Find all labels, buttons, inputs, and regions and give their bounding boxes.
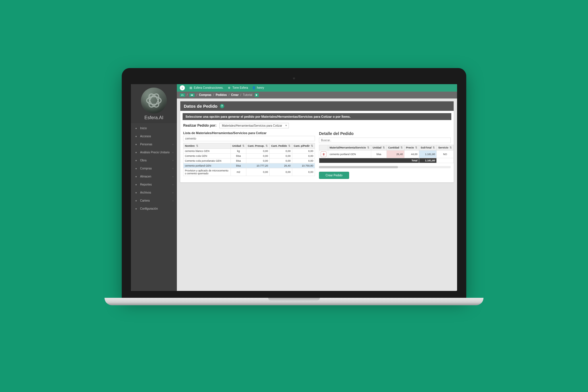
card-header: Datos de Pedido ? <box>180 101 454 111</box>
detail-column: Detalle del Pedido Material/Herramienta/… <box>319 131 451 179</box>
col-header[interactable]: Servicio ⇅ <box>437 145 454 150</box>
ia-badge[interactable]: IA <box>180 93 185 96</box>
sort-icon: ⇅ <box>196 144 198 147</box>
col-header[interactable]: Cantidad ⇅ <box>387 145 405 150</box>
sort-icon: ⇅ <box>433 146 435 149</box>
back-button[interactable]: ‹ <box>180 85 185 90</box>
company-indicator[interactable]: ▤ Esfera Construcciones. <box>189 86 223 89</box>
bc-pedidos[interactable]: Pedidos <box>216 93 227 96</box>
sidebar-item-1[interactable]: ●Accesos <box>131 132 177 140</box>
col-header[interactable]: Cant. Pedido ⇅ <box>270 143 292 148</box>
sidebar-item-7[interactable]: ●Reportes‹ <box>131 180 177 188</box>
building-icon: ▤ <box>189 86 192 89</box>
col-header[interactable] <box>319 145 328 150</box>
sort-icon: ⇅ <box>311 144 313 147</box>
selector-row: Realizar Pedido por: Materiales/Herramie… <box>180 123 454 131</box>
col-header[interactable]: Unidad ⇅ <box>371 145 387 150</box>
nav-label: Configuración <box>140 207 158 210</box>
nav-label: Personas <box>140 143 152 146</box>
table-row[interactable]: Cemento cola GENblsa0,000,000,00 <box>183 153 315 158</box>
nav-icon: ● <box>134 183 138 186</box>
chevron-left-icon: ‹ <box>173 175 173 178</box>
sidebar-item-6[interactable]: ●Almacen‹ <box>131 172 177 180</box>
sort-icon: ⇅ <box>415 146 417 149</box>
horizontal-scrollbar[interactable] <box>319 166 451 168</box>
create-order-button[interactable]: Crear Pedido <box>319 171 349 179</box>
nav-icon: ● <box>134 199 138 202</box>
sidebar-item-3[interactable]: ●Análisis Precio Unitario‹ <box>131 148 177 156</box>
table-row[interactable]: Provision y aplicado de microcemento o c… <box>183 168 315 176</box>
detail-row[interactable]: 🗑cemento portland GENblsa26,4044,001.161… <box>319 150 454 158</box>
application: Esfera.AI ●Inicio●Accesos●Personas‹●Anál… <box>131 84 457 291</box>
sort-icon: ⇅ <box>266 144 268 147</box>
sidebar-item-9[interactable]: ●Cartera‹ <box>131 196 177 204</box>
materials-search-input[interactable] <box>183 136 315 141</box>
selector-label: Realizar Pedido por: <box>183 123 216 128</box>
project-name: Torre Esfera <box>232 86 248 89</box>
play-icon[interactable] <box>255 93 259 97</box>
user-name: henry <box>257 86 264 89</box>
table-row[interactable]: cemento portland GENblsa10.777,2026,4010… <box>183 163 315 168</box>
col-header[interactable]: Unidad ⇅ <box>231 143 246 148</box>
table-row[interactable]: cemento blanco GENkg0,000,000,00 <box>183 148 315 153</box>
card-title: Datos de Pedido <box>184 103 218 108</box>
logo-area: Esfera.AI <box>131 84 177 123</box>
materials-column: Lista de Materiales/Herramientas/Servici… <box>183 131 315 179</box>
nav-icon: ● <box>134 191 138 194</box>
help-icon[interactable]: ? <box>220 104 224 108</box>
nav-icon: ● <box>134 175 138 178</box>
globe-icon: ⊛ <box>227 86 231 89</box>
chevron-left-icon: ‹ <box>173 167 173 170</box>
table-row[interactable]: Cemento cola porcelanato GENblsa0,000,00… <box>183 158 315 163</box>
bc-crear[interactable]: Crear <box>231 93 239 96</box>
order-type-select[interactable]: Materiales/Herramientas/Servicios para C… <box>219 123 289 128</box>
nav-icon: ● <box>134 126 138 130</box>
chevron-left-icon: ‹ <box>173 143 173 146</box>
bc-compras[interactable]: Compras <box>199 93 211 96</box>
nav-label: Cartera <box>140 199 150 202</box>
nav-label: Obra <box>140 159 146 162</box>
bc-tutorial[interactable]: Tutorial <box>243 93 252 96</box>
sidebar-item-5[interactable]: ●Compras‹ <box>131 164 177 172</box>
sort-icon: ⇅ <box>242 144 245 147</box>
col-header[interactable]: SubTotal ⇅ <box>419 145 437 150</box>
nav-label: Archivos <box>140 191 151 194</box>
project-indicator[interactable]: ⊛ Torre Esfera <box>227 86 248 89</box>
chevron-left-icon: ‹ <box>173 159 173 162</box>
sort-icon: ⇅ <box>401 146 403 149</box>
detail-search-input[interactable] <box>319 137 451 143</box>
sidebar-item-10[interactable]: ●Configuración <box>131 204 177 213</box>
detail-title: Detalle del Pedido <box>319 131 451 136</box>
nav-label: Inicio <box>140 127 147 130</box>
nav-icon: ● <box>134 134 138 138</box>
list-title: Lista de Materiales/Herramientas/Servici… <box>183 131 315 134</box>
nav-label: Reportes <box>140 183 152 186</box>
col-header[interactable]: Material/Herramienta/Servicio ⇅ <box>328 145 371 150</box>
brand-name: Esfera.AI <box>131 115 177 120</box>
tree-icon[interactable]: ⧓ <box>189 93 195 96</box>
col-header[interactable]: Precio ⇅ <box>405 145 419 150</box>
chevron-left-icon: ‹ <box>173 191 173 194</box>
nav-icon: ● <box>134 207 138 210</box>
company-name: Esfera Construcciones. <box>194 86 223 89</box>
sidebar-item-2[interactable]: ●Personas‹ <box>131 140 177 148</box>
instruction-bar: Seleccione una opción para generar el pe… <box>183 113 451 120</box>
sidebar-item-4[interactable]: ●Obra‹ <box>131 156 177 164</box>
chevron-left-icon: ‹ <box>173 183 173 186</box>
detail-table: Material/Herramienta/Servicio ⇅Unidad ⇅C… <box>319 144 454 163</box>
sidebar-item-0[interactable]: ●Inicio <box>131 124 177 132</box>
nav-label: Almacen <box>140 175 151 178</box>
nav-menu: ●Inicio●Accesos●Personas‹●Análisis Preci… <box>131 123 177 291</box>
sidebar-item-8[interactable]: ●Archivos‹ <box>131 188 177 196</box>
col-header[interactable]: Cant. p/Pedir ⇅ <box>292 143 315 148</box>
user-indicator[interactable]: 👤 henry <box>252 86 264 89</box>
sort-icon: ⇅ <box>383 146 385 149</box>
col-header[interactable]: Cant. Presup. ⇅ <box>246 143 270 148</box>
user-icon: 👤 <box>252 86 256 89</box>
sort-icon: ⇅ <box>288 144 291 147</box>
nav-label: Accesos <box>140 135 151 138</box>
materials-table: Nombre ⇅Unidad ⇅Cant. Presup. ⇅Cant. Ped… <box>183 143 315 176</box>
delete-button[interactable]: 🗑 <box>321 151 326 157</box>
nav-icon: ● <box>134 159 138 162</box>
col-header[interactable]: Nombre ⇅ <box>183 143 231 148</box>
